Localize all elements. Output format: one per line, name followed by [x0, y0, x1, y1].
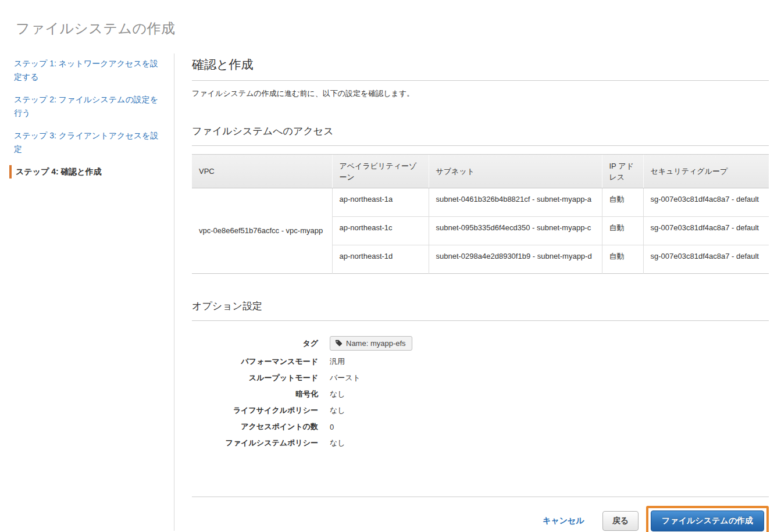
option-value: なし	[330, 438, 345, 448]
option-value: 汎用	[330, 356, 345, 367]
tag-icon	[335, 340, 343, 347]
option-row-lifecycle-policy: ライフサイクルポリシー なし	[192, 402, 769, 419]
option-label: アクセスポイントの数	[192, 422, 318, 432]
options-list: タグ Name: myapp-efs パフォーマンスモード 汎用 スループットモ…	[192, 334, 769, 451]
option-row-encryption: 暗号化 なし	[192, 386, 769, 402]
az-cell: ap-northeast-1d	[332, 245, 429, 274]
option-value: バースト	[330, 373, 361, 383]
column-header-availability-zone: アベイラビリティーゾーン	[332, 155, 429, 188]
option-label: ファイルシステムポリシー	[192, 438, 318, 448]
column-header-vpc: VPC	[192, 155, 332, 188]
option-value: なし	[330, 389, 345, 399]
table-header-row: VPC アベイラビリティーゾーン サブネット IP アドレス セキュリティグルー…	[192, 155, 769, 188]
cancel-link[interactable]: キャンセル	[543, 516, 584, 526]
ip-cell: 自動	[602, 245, 643, 274]
review-description: ファイルシステムの作成に進む前に、以下の設定を確認します。	[192, 88, 769, 99]
option-label: タグ	[192, 338, 318, 349]
ip-cell: 自動	[602, 217, 643, 245]
back-button[interactable]: 戻る	[602, 511, 639, 531]
sidebar-item-step-4-current: ステップ 4: 確認と作成	[9, 165, 159, 178]
sidebar-item-step-2[interactable]: ステップ 2: ファイルシステムの設定を行う	[14, 93, 159, 120]
option-row-performance-mode: パフォーマンスモード 汎用	[192, 354, 769, 370]
vpc-cell: vpc-0e8e6ef51b76acfcc - vpc-myapp	[192, 188, 332, 274]
option-value: なし	[330, 405, 345, 416]
sidebar-item-step-1[interactable]: ステップ 1: ネットワークアクセスを設定する	[14, 57, 159, 84]
page-title: ファイルシステムの作成	[16, 19, 176, 38]
subnet-cell: subnet-095b335d6f4ecd350 - subnet-myapp-…	[429, 217, 602, 245]
tag-chip: Name: myapp-efs	[330, 336, 412, 351]
tag-value: Name: myapp-efs	[346, 339, 406, 348]
column-header-security-group: セキュリティグループ	[643, 155, 769, 188]
option-label: ライフサイクルポリシー	[192, 405, 318, 416]
wizard-steps-sidebar: ステップ 1: ネットワークアクセスを設定する ステップ 2: ファイルシステム…	[0, 53, 174, 531]
sidebar-item-step-3[interactable]: ステップ 3: クライアントアクセスを設定	[14, 129, 159, 156]
sg-cell: sg-007e03c81df4ac8a7 - default	[643, 188, 769, 217]
option-label: 暗号化	[192, 389, 318, 399]
subnet-cell: subnet-0298a4e2d8930f1b9 - subnet-myapp-…	[429, 245, 602, 274]
option-row-filesystem-policy: ファイルシステムポリシー なし	[192, 435, 769, 451]
wizard-footer: キャンセル 戻る ファイルシステムの作成	[192, 497, 769, 532]
section-options-heading: オプション設定	[192, 299, 769, 321]
create-file-system-button[interactable]: ファイルシステムの作成	[651, 510, 764, 531]
access-table: VPC アベイラビリティーゾーン サブネット IP アドレス セキュリティグルー…	[192, 154, 769, 274]
section-access-heading: ファイルシステムへのアクセス	[192, 124, 769, 146]
sg-cell: sg-007e03c81df4ac8a7 - default	[643, 217, 769, 245]
option-value: 0	[330, 423, 334, 431]
review-heading: 確認と作成	[192, 53, 769, 81]
option-label: スループットモード	[192, 373, 318, 383]
sg-cell: sg-007e03c81df4ac8a7 - default	[643, 245, 769, 274]
subnet-cell: subnet-0461b326b4b8821cf - subnet-myapp-…	[429, 188, 602, 217]
column-header-ip-address: IP アドレス	[602, 155, 643, 188]
ip-cell: 自動	[602, 188, 643, 217]
az-cell: ap-northeast-1c	[332, 217, 429, 245]
option-row-throughput-mode: スループットモード バースト	[192, 370, 769, 386]
az-cell: ap-northeast-1a	[332, 188, 429, 217]
option-row-access-points: アクセスポイントの数 0	[192, 419, 769, 435]
main-content: 確認と作成 ファイルシステムの作成に進む前に、以下の設定を確認します。 ファイル…	[192, 53, 769, 532]
column-header-subnet: サブネット	[429, 155, 602, 188]
option-label: パフォーマンスモード	[192, 356, 318, 367]
annotation-highlight: ファイルシステムの作成	[646, 506, 769, 532]
table-row: vpc-0e8e6ef51b76acfcc - vpc-myapp ap-nor…	[192, 188, 769, 217]
option-row-tags: タグ Name: myapp-efs	[192, 334, 769, 352]
